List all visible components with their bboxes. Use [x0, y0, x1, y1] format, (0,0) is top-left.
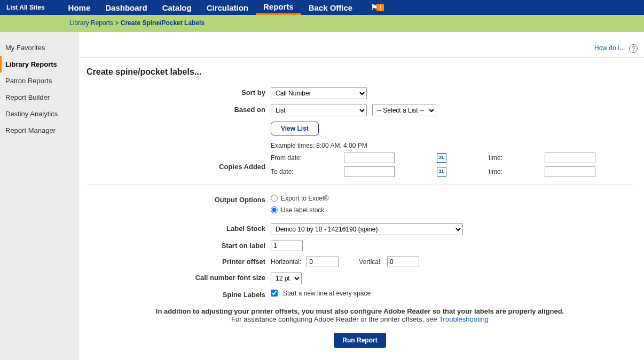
nav-home[interactable]: Home	[61, 0, 98, 15]
notifications-button[interactable]: ⚑ !	[371, 3, 384, 12]
nav-reports[interactable]: Reports	[256, 0, 301, 15]
help-icon[interactable]: ?	[629, 44, 638, 53]
help-link[interactable]: How do I...	[594, 44, 625, 52]
from-date-label: From date:	[271, 154, 340, 162]
list-all-sites-link[interactable]: List All Sites	[6, 4, 45, 11]
nav-catalog[interactable]: Catalog	[155, 0, 199, 15]
export-excel-radio[interactable]	[271, 195, 278, 202]
page-title: Create spine/pocket labels...	[87, 67, 633, 77]
sidebar-item-report-manager[interactable]: Report Manager	[0, 122, 79, 139]
breadcrumb-parent[interactable]: Library Reports	[69, 19, 113, 27]
note-bold: In addition to adjusting your printer of…	[87, 307, 633, 315]
breadcrumb-current: Create Spine/Pocket Labels	[121, 19, 205, 27]
to-time-input[interactable]	[545, 166, 595, 177]
based-on-select[interactable]: List	[271, 105, 367, 116]
font-size-label: Call number font size	[87, 273, 271, 282]
copies-added-label: Copies Added	[87, 148, 271, 171]
use-label-stock-label: Use label stock	[281, 206, 324, 214]
sidebar-item-library-reports[interactable]: Library Reports	[0, 56, 79, 73]
to-time-label: time:	[489, 168, 540, 175]
spine-labels-cb-label: Start a new line at every space	[283, 290, 371, 297]
sidebar-item-report-builder[interactable]: Report Builder	[0, 89, 79, 106]
sidebar-item-patron-reports[interactable]: Patron Reports	[0, 73, 79, 89]
sidebar: My Favorites Library Reports Patron Repo…	[0, 32, 79, 360]
start-on-label-label: Start on label	[87, 241, 271, 250]
example-times-hint: Example times: 8:00 AM, 4:00 PM	[271, 142, 633, 149]
label-stock-label: Label Stock	[87, 223, 271, 233]
to-date-label: To date:	[271, 168, 340, 175]
spine-labels-label: Spine Labels	[87, 290, 271, 299]
nav-back-office[interactable]: Back Office	[301, 0, 360, 15]
vertical-label: Vertical:	[359, 258, 382, 266]
output-options-label: Output Options	[87, 195, 271, 204]
run-report-button[interactable]: Run Report	[334, 333, 386, 348]
breadcrumb-sep: >	[115, 19, 119, 27]
note-rest: For assistance configuring Adobe Reader …	[231, 315, 439, 323]
from-time-label: time:	[489, 154, 540, 162]
based-on-label: Based on	[87, 105, 271, 114]
export-excel-label: Export to Excel®	[281, 195, 329, 202]
troubleshooting-link[interactable]: Troubleshooting	[439, 315, 489, 323]
sidebar-item-favorites[interactable]: My Favorites	[0, 39, 79, 56]
to-date-input[interactable]	[344, 166, 395, 177]
content: How do I... ? Create spine/pocket labels…	[79, 32, 644, 360]
vertical-offset-input[interactable]	[387, 257, 419, 267]
top-nav: List All Sites Home Dashboard Catalog Ci…	[0, 0, 644, 15]
calendar-icon[interactable]	[437, 153, 446, 163]
view-list-button[interactable]: View List	[271, 122, 319, 135]
use-label-stock-radio[interactable]	[271, 206, 278, 213]
notifications-badge: !	[376, 4, 384, 11]
sort-by-label: Sort by	[87, 87, 271, 97]
label-stock-select[interactable]: Demco 10 by 10 - 14216190 (spine)	[271, 223, 463, 235]
list-select[interactable]: -- Select a List --	[372, 105, 436, 116]
note-block: In addition to adjusting your printer of…	[87, 307, 633, 323]
nav-dashboard[interactable]: Dashboard	[98, 0, 154, 15]
sidebar-item-destiny-analytics[interactable]: Destiny Analytics	[0, 106, 79, 122]
horizontal-offset-input[interactable]	[307, 257, 339, 267]
font-size-select[interactable]: 12 pt	[271, 273, 302, 284]
printer-offset-label: Printer offset	[87, 257, 271, 266]
horizontal-label: Horizontal:	[271, 258, 301, 266]
start-on-label-input[interactable]	[271, 241, 303, 251]
breadcrumb: Library Reports > Create Spine/Pocket La…	[0, 15, 644, 32]
help-row: How do I... ?	[79, 32, 644, 57]
from-date-input[interactable]	[344, 153, 395, 163]
nav-circulation[interactable]: Circulation	[199, 0, 256, 15]
from-time-input[interactable]	[545, 153, 595, 163]
form-panel: Create spine/pocket labels... Sort by Ca…	[79, 57, 644, 358]
divider	[87, 185, 633, 185]
calendar-icon[interactable]	[437, 167, 446, 177]
spine-labels-checkbox[interactable]	[271, 290, 278, 297]
sort-by-select[interactable]: Call Number	[271, 87, 367, 99]
